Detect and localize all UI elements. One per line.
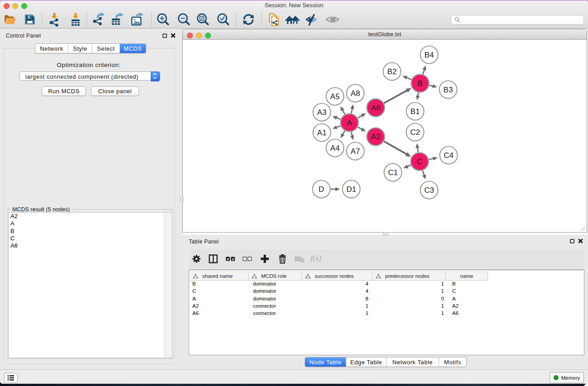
main-titlebar-toolbar: Session: New Session — [0, 1, 588, 29]
edge-B-B2[interactable] — [406, 77, 411, 80]
save-session-icon[interactable] — [23, 12, 37, 27]
tab-network[interactable]: Network — [35, 44, 68, 53]
edge-C-C1[interactable] — [407, 165, 411, 167]
delete-table-icon[interactable] — [294, 253, 305, 264]
edge-A6-B[interactable] — [384, 91, 407, 103]
edge-A2-C[interactable] — [384, 141, 406, 154]
delete-column-icon[interactable] — [277, 253, 288, 264]
tab-mcds[interactable]: MCDS — [120, 44, 146, 53]
column-header-shared-name[interactable]: shared name — [190, 272, 249, 280]
edge-C-C3[interactable] — [423, 171, 425, 176]
zoom-fit-icon[interactable] — [196, 12, 210, 27]
split-columns-icon[interactable] — [208, 253, 219, 264]
mcds-result-list[interactable]: A2ABCA6 — [8, 212, 172, 358]
table-cell: dominator — [249, 281, 302, 286]
control-panel-title: Control Panel — [6, 33, 41, 39]
splitter-handle[interactable] — [383, 232, 388, 236]
table-row[interactable]: Bdominator41B — [190, 280, 584, 287]
edge-arrowhead — [416, 143, 420, 148]
edge-B-B4[interactable] — [423, 69, 424, 74]
mcds-result-item[interactable]: A — [9, 220, 172, 227]
tab-motifs[interactable]: Motifs — [439, 357, 466, 367]
import-table-icon[interactable] — [68, 12, 83, 27]
tab-style[interactable]: Style — [68, 44, 92, 53]
column-header-successor-nodes[interactable]: successor nodes — [302, 272, 373, 280]
close-panel-button[interactable]: Close panel — [91, 86, 139, 96]
export-image-icon[interactable] — [130, 12, 144, 27]
search-input[interactable] — [451, 15, 584, 24]
network-window-titlebar: testGlobe.txt — [183, 29, 587, 40]
node-label-A1: A1 — [317, 129, 327, 137]
edge-A-A7[interactable] — [351, 132, 352, 136]
edge-A-A3[interactable] — [336, 118, 341, 119]
edge-A-A8[interactable] — [351, 108, 352, 113]
edge-arrowhead — [350, 135, 354, 140]
refresh-icon[interactable] — [241, 12, 256, 27]
zoom-out-icon[interactable] — [177, 12, 191, 27]
edge-A-A4[interactable] — [343, 131, 345, 134]
open-session-icon[interactable] — [3, 12, 17, 27]
zoom-selected-icon[interactable] — [216, 12, 230, 27]
window-resize-grip[interactable] — [580, 225, 586, 231]
deselect-all-icon[interactable] — [242, 253, 253, 264]
export-network-icon[interactable] — [91, 12, 106, 27]
edge-A-A1[interactable] — [336, 126, 340, 127]
network-canvas[interactable]: B4B2BB3A8A5A6B1A3AC2A1A2A4A7C4CC1DD1C3 — [183, 40, 587, 233]
toolbar-separator — [261, 13, 262, 26]
import-network-icon[interactable] — [47, 12, 62, 27]
column-header-predecessor-nodes[interactable]: predecessor nodes — [373, 272, 446, 280]
criterion-label: Optimization criterion: — [4, 62, 174, 68]
edge-A-A5[interactable] — [342, 110, 344, 114]
run-mcds-button[interactable]: Run MCDS — [42, 86, 86, 96]
tab-edge-table[interactable]: Edge Table — [346, 357, 387, 367]
tab-network-table[interactable]: Network Table — [387, 357, 439, 367]
first-neighbors-icon[interactable] — [285, 12, 300, 27]
memory-status-icon — [554, 375, 559, 380]
splitter-handle[interactable] — [180, 197, 184, 202]
float-panel-icon[interactable] — [163, 33, 167, 38]
select-all-icon[interactable] — [225, 253, 236, 264]
criterion-value: largest connected component (directed) — [25, 73, 139, 80]
edge-C-C4[interactable] — [429, 158, 434, 159]
add-column-icon[interactable] — [259, 253, 270, 264]
table-row[interactable]: A2connector11A2 — [190, 302, 584, 310]
float-panel-icon[interactable] — [570, 239, 574, 243]
network-from-file-icon[interactable] — [267, 12, 281, 27]
zoom-in-icon[interactable] — [156, 12, 170, 27]
close-panel-icon[interactable] — [171, 33, 176, 38]
edge-B-B3[interactable] — [429, 86, 433, 86]
column-header-name[interactable]: name — [446, 272, 488, 280]
edge-C-C2[interactable] — [417, 148, 418, 152]
mcds-result-item[interactable]: A2 — [9, 213, 172, 220]
function-builder-icon[interactable]: f(x) — [311, 254, 321, 263]
table-row[interactable]: Adominator80A — [190, 295, 584, 302]
hide-details-icon[interactable] — [305, 12, 320, 27]
node-label-A8: A8 — [351, 89, 360, 98]
task-history-button[interactable] — [4, 373, 18, 383]
table-cell: 1 — [373, 281, 446, 286]
node-label-A4: A4 — [330, 144, 340, 152]
attribute-icon — [305, 274, 311, 279]
tab-node-table[interactable]: Node Table — [305, 357, 346, 367]
criterion-dropdown[interactable]: largest connected component (directed) — [19, 71, 160, 81]
memory-button[interactable]: Memory — [550, 372, 584, 383]
tab-select[interactable]: Select — [92, 44, 120, 53]
edge-B-B1[interactable] — [418, 93, 418, 96]
table-row[interactable]: A6connector11A6 — [190, 310, 584, 317]
edge-A-A2[interactable] — [358, 127, 362, 129]
show-details-icon[interactable] — [325, 12, 340, 27]
table-settings-icon[interactable] — [191, 253, 202, 264]
table-row[interactable]: Cdominator41C — [190, 287, 584, 295]
mcds-result-item[interactable]: B — [9, 228, 172, 235]
column-header-MCDS-role[interactable]: MCDS role — [249, 272, 302, 280]
node-label-C: C — [417, 157, 422, 166]
mcds-list-scrollbar[interactable] — [164, 213, 172, 357]
mcds-result-item[interactable]: C — [9, 235, 172, 242]
control-panel-tabs: NetworkStyleSelectMCDS — [35, 43, 146, 53]
edge-A-A6[interactable] — [358, 115, 362, 118]
table-cell: 1 — [302, 310, 373, 316]
close-panel-icon[interactable] — [578, 238, 583, 243]
export-table-icon[interactable] — [110, 12, 124, 27]
mcds-result-item[interactable]: A6 — [9, 242, 172, 249]
edge-arrowhead — [433, 157, 438, 161]
